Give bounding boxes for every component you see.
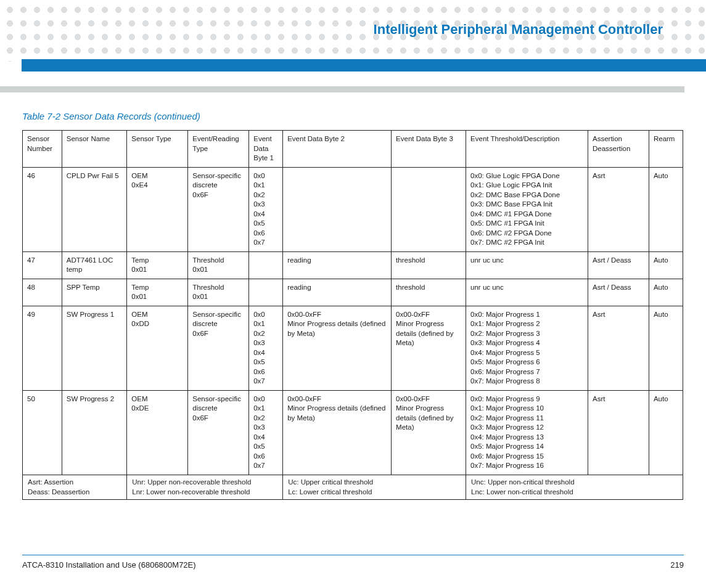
- cell-thresh: unr uc unc: [466, 251, 588, 279]
- cell-ert: Threshold 0x01: [188, 279, 249, 306]
- cell-type: OEM 0xDE: [127, 390, 188, 475]
- cell-num: 47: [23, 251, 62, 279]
- col-rearm: Rearm: [649, 131, 683, 168]
- col-sensor-name: Sensor Name: [62, 131, 127, 168]
- cell-b2: 0x00-0xFF Minor Progress details (define…: [283, 306, 392, 390]
- cell-b1: 0x0 0x1 0x2 0x3 0x4 0x5 0x6 0x7: [249, 306, 283, 390]
- col-event-data-byte-3: Event Data Byte 3: [392, 131, 466, 168]
- cell-b2: [283, 167, 392, 251]
- cell-b3: 0x00-0xFF Minor Progress details (define…: [392, 390, 466, 475]
- legend-deass: Deass: Deassertion: [28, 488, 121, 497]
- legend-lnc: Lnc: Lower non-critical threshold: [471, 488, 678, 497]
- accent-bar-grey: [0, 86, 684, 92]
- cell-type: OEM 0xDD: [127, 306, 188, 390]
- footer-page-number: 219: [670, 560, 684, 570]
- cell-name: CPLD Pwr Fail 5: [62, 167, 127, 251]
- cell-b1: [249, 251, 283, 279]
- cell-name: SW Progress 2: [62, 390, 127, 475]
- page-footer: ATCA-8310 Installation and Use (6806800M…: [22, 555, 684, 570]
- cell-thresh: 0x0: Glue Logic FPGA Done 0x1: Glue Logi…: [466, 167, 588, 251]
- cell-type: Temp 0x01: [127, 279, 188, 306]
- cell-rearm: Auto: [649, 390, 683, 475]
- table-row: 48SPP TempTemp 0x01Threshold 0x01reading…: [23, 279, 683, 306]
- cell-assert: Asrt / Deass: [588, 251, 649, 279]
- col-sensor-type: Sensor Type: [127, 131, 188, 168]
- cell-b2: reading: [283, 279, 392, 306]
- legend-asrt: Asrt: Assertion: [28, 478, 121, 488]
- cell-ert: Sensor-specific discrete 0x6F: [188, 167, 249, 251]
- accent-bar-blue: [22, 59, 706, 71]
- legend-unr: Unr: Upper non-recoverable threshold: [132, 478, 277, 488]
- cell-b3: threshold: [392, 279, 466, 306]
- cell-b1: 0x0 0x1 0x2 0x3 0x4 0x5 0x6 0x7: [249, 167, 283, 251]
- cell-rearm: Auto: [649, 251, 683, 279]
- col-event-threshold: Event Threshold/Description: [466, 131, 588, 168]
- legend-lc: Lc: Lower critical threshold: [288, 488, 461, 497]
- legend-unc: Unc: Upper non-critical threshold: [471, 478, 678, 488]
- cell-assert: Asrt: [588, 167, 649, 251]
- table-caption: Table 7-2 Sensor Data Records (continued…: [22, 111, 706, 121]
- cell-name: SPP Temp: [62, 279, 127, 306]
- cell-b3: 0x00-0xFF Minor Progress details (define…: [392, 306, 466, 390]
- chapter-title: Intelligent Peripheral Management Contro…: [374, 22, 663, 38]
- col-assertion-deassertion: Assertion Deassertion: [588, 131, 649, 168]
- cell-num: 48: [23, 279, 62, 306]
- cell-type: Temp 0x01: [127, 251, 188, 279]
- cell-assert: Asrt: [588, 306, 649, 390]
- cell-rearm: Auto: [649, 167, 683, 251]
- cell-ert: Sensor-specific discrete 0x6F: [188, 390, 249, 475]
- cell-rearm: Auto: [649, 306, 683, 390]
- col-event-data-byte-1: Event Data Byte 1: [249, 131, 283, 168]
- sensor-data-table: Sensor Number Sensor Name Sensor Type Ev…: [22, 130, 683, 500]
- cell-name: ADT7461 LOC temp: [62, 251, 127, 279]
- cell-b1: [249, 279, 283, 306]
- legend-row: Asrt: Assertion Deass: Deassertion Unr: …: [23, 475, 683, 499]
- page-header: Intelligent Peripheral Management Contro…: [0, 0, 706, 62]
- footer-doc-title: ATCA-8310 Installation and Use (6806800M…: [22, 560, 196, 570]
- cell-ert: Threshold 0x01: [188, 251, 249, 279]
- cell-b2: reading: [283, 251, 392, 279]
- cell-name: SW Progress 1: [62, 306, 127, 390]
- cell-rearm: Auto: [649, 279, 683, 306]
- cell-thresh: unr uc unc: [466, 279, 588, 306]
- cell-type: OEM 0xE4: [127, 167, 188, 251]
- table-header-row: Sensor Number Sensor Name Sensor Type Ev…: [23, 131, 683, 168]
- cell-thresh: 0x0: Major Progress 9 0x1: Major Progres…: [466, 390, 588, 475]
- cell-assert: Asrt / Deass: [588, 279, 649, 306]
- cell-b3: threshold: [392, 251, 466, 279]
- cell-num: 46: [23, 167, 62, 251]
- cell-b3: [392, 167, 466, 251]
- table-row: 47ADT7461 LOC tempTemp 0x01Threshold 0x0…: [23, 251, 683, 279]
- legend-lnr: Lnr: Lower non-recoverable threshold: [132, 488, 277, 497]
- cell-num: 49: [23, 306, 62, 390]
- col-event-reading-type: Event/Reading Type: [188, 131, 249, 168]
- col-event-data-byte-2: Event Data Byte 2: [283, 131, 392, 168]
- legend-uc: Uc: Upper critical threshold: [288, 478, 461, 488]
- table-row: 50SW Progress 2OEM 0xDESensor-specific d…: [23, 390, 683, 475]
- table-row: 46CPLD Pwr Fail 5OEM 0xE4Sensor-specific…: [23, 167, 683, 251]
- cell-assert: Asrt: [588, 390, 649, 475]
- table-row: 49SW Progress 1OEM 0xDDSensor-specific d…: [23, 306, 683, 390]
- cell-num: 50: [23, 390, 62, 475]
- cell-b2: 0x00-0xFF Minor Progress details (define…: [283, 390, 392, 475]
- cell-b1: 0x0 0x1 0x2 0x3 0x4 0x5 0x6 0x7: [249, 390, 283, 475]
- col-sensor-number: Sensor Number: [23, 131, 62, 168]
- cell-thresh: 0x0: Major Progress 1 0x1: Major Progres…: [466, 306, 588, 390]
- cell-ert: Sensor-specific discrete 0x6F: [188, 306, 249, 390]
